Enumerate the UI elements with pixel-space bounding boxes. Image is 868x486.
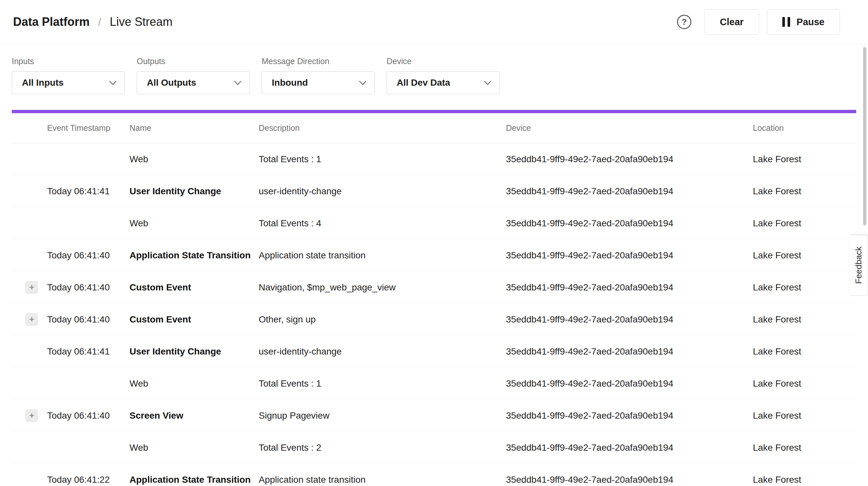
pause-icon (782, 17, 790, 27)
event-device-id: 35eddb41-9ff9-49e2-7aed-20afa90eb194 (506, 314, 753, 325)
event-timestamp: Today 06:41:22 (47, 475, 129, 485)
event-device-id: 35eddb41-9ff9-49e2-7aed-20afa90eb194 (506, 475, 753, 485)
column-description: Description (259, 123, 506, 133)
event-timestamp: Today 06:41:40 (47, 282, 129, 293)
table-row[interactable]: + Today 06:41:41 User Identity Change us… (12, 175, 856, 207)
outputs-dropdown-value: All Outputs (147, 78, 196, 88)
event-description: user-identity-change (259, 346, 506, 357)
event-name: Web (129, 154, 259, 164)
event-device-id: 35eddb41-9ff9-49e2-7aed-20afa90eb194 (506, 282, 753, 293)
filter-message-direction-label: Message Direction (261, 57, 375, 66)
column-location: Location (753, 123, 856, 133)
event-name: Web (129, 443, 259, 453)
device-dropdown[interactable]: All Dev Data (386, 71, 500, 94)
outputs-dropdown[interactable]: All Outputs (137, 71, 250, 94)
chevron-down-icon (359, 78, 367, 85)
table-row[interactable]: + Today 06:41:41 User Identity Change us… (12, 336, 856, 368)
event-table: Event Timestamp Name Description Device … (12, 113, 856, 486)
event-name: Application State Transition (129, 250, 259, 261)
table-row[interactable]: + Web Total Events : 1 35eddb41-9ff9-49e… (12, 368, 856, 400)
event-description: Total Events : 1 (259, 154, 506, 164)
event-description: Total Events : 4 (259, 218, 506, 229)
event-location: Lake Forest (753, 475, 856, 485)
filter-outputs-label: Outputs (137, 57, 250, 66)
table-row[interactable]: + Today 06:41:40 Custom Event Navigation… (12, 271, 856, 304)
column-name: Name (129, 123, 259, 133)
expand-button[interactable]: + (26, 409, 38, 422)
expand-cell: + (12, 185, 47, 198)
event-timestamp: Today 06:41:41 (47, 346, 129, 357)
event-device-id: 35eddb41-9ff9-49e2-7aed-20afa90eb194 (506, 443, 753, 453)
table-row[interactable]: + Today 06:41:22 Application State Trans… (12, 464, 856, 486)
event-name: Application State Transition (129, 475, 259, 485)
expand-button[interactable]: + (26, 281, 38, 294)
scrollbar-thumb[interactable] (863, 47, 866, 225)
pause-button[interactable]: Pause (767, 9, 840, 35)
expand-button[interactable]: + (26, 313, 38, 326)
event-location: Lake Forest (753, 282, 856, 293)
table-row[interactable]: + Today 06:41:40 Custom Event Other, sig… (12, 304, 856, 336)
event-device-id: 35eddb41-9ff9-49e2-7aed-20afa90eb194 (506, 154, 753, 164)
event-table-header: Event Timestamp Name Description Device … (12, 113, 856, 143)
event-name: Web (129, 378, 259, 389)
filter-inputs-label: Inputs (12, 57, 125, 66)
filter-device: Device All Dev Data (386, 57, 500, 94)
event-location: Lake Forest (753, 186, 856, 196)
event-location: Lake Forest (753, 346, 856, 357)
filter-device-label: Device (386, 57, 500, 66)
chevron-down-icon (109, 78, 117, 85)
event-device-id: 35eddb41-9ff9-49e2-7aed-20afa90eb194 (506, 218, 753, 229)
topbar-actions: ? Clear Pause (677, 9, 840, 35)
event-name: Custom Event (129, 314, 259, 325)
event-description: Total Events : 2 (259, 443, 506, 453)
column-device: Device (506, 123, 753, 133)
event-description: Navigation, $mp_web_page_view (259, 282, 506, 293)
event-name: Custom Event (129, 282, 259, 293)
clear-button[interactable]: Clear (705, 9, 759, 35)
event-location: Lake Forest (753, 378, 856, 389)
filter-message-direction: Message Direction Inbound (261, 57, 375, 94)
event-timestamp: Today 06:41:40 (47, 411, 129, 421)
table-row[interactable]: + Today 06:41:40 Screen View Signup Page… (12, 400, 856, 432)
event-table-body: + Web Total Events : 1 35eddb41-9ff9-49e… (12, 143, 856, 486)
event-description: Application state transition (259, 475, 506, 485)
event-location: Lake Forest (753, 314, 856, 325)
accent-divider (12, 110, 856, 113)
inputs-dropdown[interactable]: All Inputs (12, 71, 125, 94)
table-row[interactable]: + Web Total Events : 1 35eddb41-9ff9-49e… (12, 143, 856, 175)
table-row[interactable]: + Web Total Events : 2 35eddb41-9ff9-49e… (12, 432, 856, 464)
event-device-id: 35eddb41-9ff9-49e2-7aed-20afa90eb194 (506, 378, 753, 389)
event-timestamp: Today 06:41:41 (47, 186, 129, 196)
action-buttons: Clear Pause (705, 9, 840, 35)
event-description: Signup Pageview (259, 411, 506, 421)
expand-cell: + (12, 474, 47, 486)
event-location: Lake Forest (753, 411, 856, 421)
scrollbar-track[interactable] (862, 44, 868, 486)
event-location: Lake Forest (753, 443, 856, 453)
event-description: Other, sign up (259, 314, 506, 325)
event-device-id: 35eddb41-9ff9-49e2-7aed-20afa90eb194 (506, 411, 753, 421)
chevron-down-icon (234, 78, 242, 85)
pause-button-label: Pause (797, 17, 825, 28)
event-timestamp: Today 06:41:40 (47, 314, 129, 325)
event-device-id: 35eddb41-9ff9-49e2-7aed-20afa90eb194 (506, 186, 753, 196)
breadcrumb-root[interactable]: Data Platform (13, 15, 90, 29)
expand-cell: + (12, 345, 47, 358)
expand-cell: + (12, 313, 47, 326)
table-row[interactable]: + Web Total Events : 4 35eddb41-9ff9-49e… (12, 207, 856, 239)
expand-cell: + (12, 217, 47, 230)
event-description: user-identity-change (259, 186, 506, 196)
event-name: User Identity Change (129, 186, 259, 196)
event-timestamp: Today 06:41:40 (47, 250, 129, 261)
help-icon[interactable]: ? (677, 15, 691, 29)
filter-inputs: Inputs All Inputs (12, 57, 125, 94)
event-device-id: 35eddb41-9ff9-49e2-7aed-20afa90eb194 (506, 346, 753, 357)
expand-cell: + (12, 153, 47, 165)
column-event-timestamp: Event Timestamp (47, 123, 129, 133)
expand-cell: + (12, 442, 47, 454)
expand-cell: + (12, 281, 47, 294)
message-direction-dropdown[interactable]: Inbound (261, 71, 375, 94)
filter-bar: Inputs All Inputs Outputs All Outputs Me… (0, 44, 868, 94)
table-row[interactable]: + Today 06:41:40 Application State Trans… (12, 239, 856, 271)
event-name: User Identity Change (129, 346, 259, 357)
